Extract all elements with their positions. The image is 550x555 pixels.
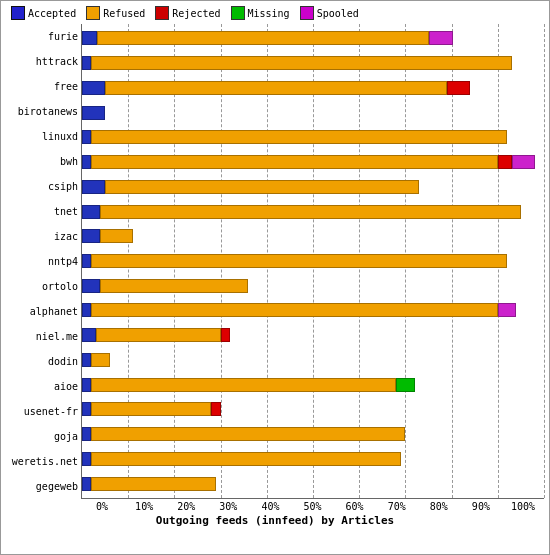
legend-item-missing: Missing	[231, 6, 290, 20]
bar-segment-linuxd-accepted	[82, 130, 91, 144]
bar-segment-weretis.net-refused	[91, 452, 401, 466]
bar-segment-linuxd-refused	[91, 130, 507, 144]
bar-row-ortolo: 3423399	[82, 277, 544, 295]
bar-row-birotanews: 576576	[82, 104, 544, 122]
bar-segment-csiph-accepted	[82, 180, 105, 194]
legend-color-refused	[86, 6, 100, 20]
bar-row-usenet-fr: 2965184	[82, 400, 544, 418]
y-label-weretis.net: weretis.net	[12, 457, 78, 467]
y-label-linuxd: linuxd	[42, 132, 78, 142]
bar-segment-weretis.net-accepted	[82, 452, 91, 466]
y-label-dodin: dodin	[48, 357, 78, 367]
y-label-gegeweb: gegeweb	[36, 482, 78, 492]
bar-segment-niel.me-refused	[96, 328, 221, 342]
chart-title: Outgoing feeds (innfeed) by Articles	[6, 514, 544, 527]
x-label-60%: 60%	[334, 501, 376, 512]
bar-segment-aioe-refused	[91, 378, 396, 392]
legend-label-refused: Refused	[103, 8, 145, 19]
bar-row-tnet: 9421473	[82, 203, 544, 221]
bar-row-nntp4: 9397458	[82, 252, 544, 270]
x-label-80%: 80%	[418, 501, 460, 512]
bar-segment-nntp4-accepted	[82, 254, 91, 268]
bar-segment-aioe-missing	[396, 378, 414, 392]
y-label-tnet: tnet	[54, 207, 78, 217]
bar-segment-alphanet-accepted	[82, 303, 91, 317]
bar-segment-csiph-refused	[105, 180, 419, 194]
y-label-httrack: httrack	[36, 57, 78, 67]
grid-line-100	[544, 24, 545, 498]
bar-row-aioe: 7174192	[82, 376, 544, 394]
x-label-40%: 40%	[249, 501, 291, 512]
bar-segment-gegeweb-refused	[91, 477, 216, 491]
bar-rows: 5426137993101314805961957657692515489423…	[82, 24, 544, 498]
chart-container: AcceptedRefusedRejectedMissingSpooled fu…	[0, 0, 550, 555]
y-label-furie: furie	[48, 32, 78, 42]
legend-color-rejected	[155, 6, 169, 20]
bar-segment-nntp4-refused	[91, 254, 507, 268]
bar-segment-goja-accepted	[82, 427, 91, 441]
y-label-izac: izac	[54, 232, 78, 242]
bar-segment-alphanet-refused	[91, 303, 498, 317]
y-label-niel.me: niel.me	[36, 332, 78, 342]
x-label-50%: 50%	[291, 501, 333, 512]
bar-segment-aioe-accepted	[82, 378, 91, 392]
bar-row-weretis.net: 7115146	[82, 450, 544, 468]
y-label-csiph: csiph	[48, 182, 78, 192]
bar-segment-alphanet-spooled	[498, 303, 516, 317]
bar-segment-bwh-rejected	[498, 155, 512, 169]
bar-row-alphanet: 9231374	[82, 301, 544, 319]
x-label-0%: 0%	[81, 501, 123, 512]
legend-color-spooled	[300, 6, 314, 20]
y-label-free: free	[54, 82, 78, 92]
bar-segment-gegeweb-accepted	[82, 477, 91, 491]
y-label-bwh: bwh	[60, 157, 78, 167]
bar-segment-httrack-accepted	[82, 56, 91, 70]
bar-row-bwh: 9423485	[82, 153, 544, 171]
bar-row-gegeweb: 2986122	[82, 475, 544, 493]
bar-segment-izac-refused	[100, 229, 132, 243]
bar-segment-dodin-refused	[91, 353, 109, 367]
bar-segment-usenet-fr-rejected	[211, 402, 220, 416]
legend-item-accepted: Accepted	[11, 6, 76, 20]
bar-segment-furie-accepted	[82, 31, 97, 45]
bar-segment-niel.me-accepted	[82, 328, 96, 342]
plot-area: 5426137993101314805961957657692515489423…	[81, 24, 544, 499]
legend-color-missing	[231, 6, 245, 20]
x-axis-labels: 0%10%20%30%40%50%60%70%80%90%100%	[81, 499, 544, 512]
bar-segment-izac-accepted	[82, 229, 100, 243]
bar-segment-usenet-fr-refused	[91, 402, 211, 416]
bar-row-linuxd: 9251548	[82, 128, 544, 146]
bar-row-httrack: 93101314	[82, 54, 544, 72]
bar-segment-niel.me-rejected	[221, 328, 230, 342]
bar-segment-dodin-accepted	[82, 353, 91, 367]
bar-segment-tnet-accepted	[82, 205, 100, 219]
bar-row-dodin: 576212	[82, 351, 544, 369]
x-label-70%: 70%	[376, 501, 418, 512]
chart-area: furiehttrackfreebirotanewslinuxdbwhcsiph…	[6, 24, 544, 499]
bar-segment-ortolo-refused	[100, 279, 248, 293]
y-label-alphanet: alphanet	[30, 307, 78, 317]
bar-segment-usenet-fr-accepted	[82, 402, 91, 416]
bar-segment-bwh-spooled	[512, 155, 535, 169]
bar-segment-free-accepted	[82, 81, 105, 95]
y-label-ortolo: ortolo	[42, 282, 78, 292]
bar-segment-bwh-accepted	[82, 155, 91, 169]
bar-row-niel.me: 3015341	[82, 326, 544, 344]
bar-segment-ortolo-accepted	[82, 279, 100, 293]
legend-item-spooled: Spooled	[300, 6, 359, 20]
bar-row-csiph: 7286482	[82, 178, 544, 196]
bar-segment-birotanews-accepted	[82, 106, 105, 120]
y-label-aioe: aioe	[54, 382, 78, 392]
bar-row-free: 8059619	[82, 79, 544, 97]
y-label-nntp4: nntp4	[48, 257, 78, 267]
x-label-20%: 20%	[165, 501, 207, 512]
x-label-90%: 90%	[460, 501, 502, 512]
bar-segment-furie-spooled	[429, 31, 452, 45]
legend-label-accepted: Accepted	[28, 8, 76, 19]
y-label-birotanews: birotanews	[18, 107, 78, 117]
legend-label-rejected: Rejected	[172, 8, 220, 19]
x-label-10%: 10%	[123, 501, 165, 512]
bar-row-goja: 7179183	[82, 425, 544, 443]
bar-segment-free-rejected	[447, 81, 470, 95]
y-label-goja: goja	[54, 432, 78, 442]
